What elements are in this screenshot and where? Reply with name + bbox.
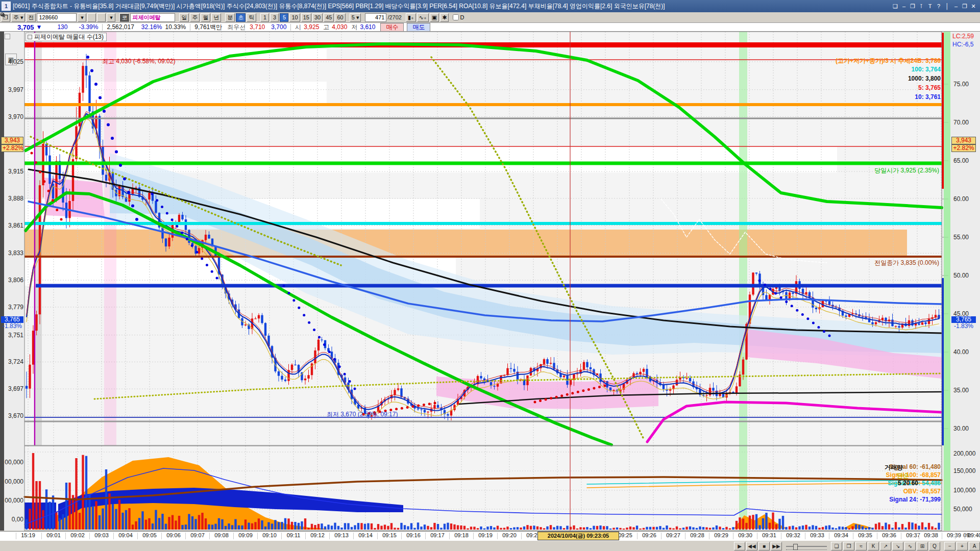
zoom-out-button[interactable]: − <box>944 542 955 550</box>
window-title: [0601] 주식종합차트 - 유통비율[35.8] 거래대금[9,749(백만… <box>13 2 665 11</box>
time-tick: 09:37 <box>906 532 920 538</box>
interval-button-1[interactable]: 1 <box>260 13 269 22</box>
window-control-icon-9[interactable]: ✕ <box>970 3 977 10</box>
window-control-icon-1[interactable]: – <box>900 3 908 10</box>
history-slider[interactable] <box>786 543 827 550</box>
interval-button-30[interactable]: 30 <box>312 13 323 22</box>
chart-tool-icon-1[interactable]: ❐ <box>843 542 854 550</box>
chart-tool-icon-3[interactable]: K <box>868 542 879 550</box>
save-icon[interactable]: ▣ <box>430 13 439 22</box>
window-control-icon-5[interactable]: ? <box>935 3 942 10</box>
open-label: 시 <box>295 23 301 32</box>
add-trendline-icon[interactable]: ∿₊ <box>417 13 429 22</box>
chart-tool-icon-8[interactable]: Q <box>929 542 940 550</box>
time-tick: 09:25 <box>618 532 632 538</box>
time-tick: 09:15 <box>382 532 397 538</box>
time-tick: 09:17 <box>430 532 445 538</box>
window-control-icon-0[interactable]: ❏ <box>892 3 899 10</box>
unit-button-분[interactable]: 분 <box>225 13 235 22</box>
chart-tool-icon-7[interactable]: ⊞ <box>917 542 928 550</box>
chart-tool-icon-6[interactable]: ∿ <box>904 542 916 550</box>
time-tick: 09:07 <box>190 532 205 538</box>
add-candle-icon[interactable]: ▮₊ <box>406 13 416 22</box>
chart-tool-icon-5[interactable]: ↘ <box>892 542 903 550</box>
interval-button-5[interactable]: 5 <box>280 13 288 22</box>
d-checkbox[interactable] <box>453 14 459 20</box>
time-tick: 09:36 <box>882 532 896 538</box>
interval-button-15[interactable]: 15 <box>301 13 311 22</box>
jeon-button[interactable]: 전 <box>26 13 36 22</box>
zoom-in-button[interactable]: + <box>957 542 968 550</box>
grid-tool-icon[interactable]: ▦ <box>5 54 17 65</box>
playback-button-2[interactable]: ■ <box>758 542 770 550</box>
window-control-icon-8[interactable]: ❐ <box>961 3 968 10</box>
unit-button-초[interactable]: 초 <box>236 13 246 22</box>
status-bar: ▶◀◀■▶▶ ❏❐≈K↗↘∿⊞Q − + A <box>0 540 980 551</box>
high-value: 4,030 <box>332 23 347 31</box>
period-button-년[interactable]: 년 <box>211 13 221 22</box>
stock-type-combo[interactable]: 주 ▾ <box>11 13 26 22</box>
price-change: 130 <box>44 23 67 31</box>
volume-value: 2,562,017 <box>107 23 134 31</box>
period-button-일[interactable]: 일 <box>179 13 189 22</box>
period-button-주[interactable]: 주 <box>190 13 200 22</box>
window-control-icon-4[interactable]: T <box>926 3 934 10</box>
playback-button-0[interactable]: ▶ <box>734 542 745 550</box>
time-tick: 09:34 <box>834 532 848 538</box>
unit-button-틱[interactable]: 틱 <box>247 13 256 22</box>
speaker-icon[interactable] <box>97 13 106 22</box>
best-bid: 3,700 <box>271 23 286 31</box>
open-value: 3,925 <box>304 23 319 31</box>
time-tick: 09:38 <box>924 532 938 538</box>
playback-button-3[interactable]: ▶▶ <box>771 542 782 550</box>
sell-button[interactable]: 매도 <box>407 23 430 32</box>
low-label: 저 <box>351 23 357 32</box>
interval-button-3[interactable]: 3 <box>270 13 279 22</box>
time-tick: 09:05 <box>142 532 157 538</box>
time-tick: 09:28 <box>690 532 704 538</box>
high-label: 고 <box>323 23 329 32</box>
time-tick: 09:30 <box>738 532 752 538</box>
chart-tool-icon-2[interactable]: ≈ <box>855 542 867 550</box>
best-quote-label: 최우선 <box>227 23 246 32</box>
time-tick: 09:06 <box>166 532 181 538</box>
time-tick: 09:03 <box>94 532 109 538</box>
time-tick: 09:33 <box>810 532 824 538</box>
search-icon[interactable] <box>87 13 96 22</box>
chart-tool-icon-0[interactable]: ❏ <box>831 542 842 550</box>
bar-index-input[interactable]: 471 <box>365 13 386 22</box>
window-control-icon-6[interactable]: │ <box>944 3 951 10</box>
time-tick: 15:19 <box>21 532 35 538</box>
chart-tool-icon-4[interactable]: ↗ <box>880 542 891 550</box>
time-tick: 09:10 <box>262 532 277 538</box>
speaker-dropdown-icon[interactable]: ▾ <box>107 13 115 22</box>
mini-marker-icon <box>5 34 10 39</box>
window-control-icon-7[interactable]: – <box>952 3 960 10</box>
time-axis[interactable]: 15:1909:0109:0209:0309:0409:0509:0609:07… <box>0 531 980 541</box>
time-tick: 09:14 <box>358 532 373 538</box>
volume-ratio: 32.16% <box>141 23 162 31</box>
auto-scale-button[interactable]: A <box>969 542 980 550</box>
time-tick: 09:26 <box>642 532 656 538</box>
chart-canvas[interactable] <box>0 0 980 551</box>
stock-name-field[interactable]: 피제이메탈 <box>130 13 175 22</box>
period-button-월[interactable]: 월 <box>201 13 210 22</box>
count-select[interactable]: 5 ▾ <box>350 13 361 22</box>
code-dropdown-icon[interactable]: ▾ <box>78 13 86 22</box>
time-tick: 09:08 <box>214 532 229 538</box>
time-tick: 09:31 <box>762 532 776 538</box>
playback-button-1[interactable]: ◀◀ <box>746 542 757 550</box>
best-ask: 3,710 <box>250 23 265 31</box>
d-checkbox-label: D <box>460 14 464 20</box>
interval-button-45[interactable]: 45 <box>324 13 334 22</box>
stock-code-input[interactable]: 128660 <box>37 13 77 22</box>
buy-button[interactable]: 매수 <box>380 23 404 32</box>
window-control-icon-2[interactable]: ❐ <box>909 3 916 10</box>
interval-button-60[interactable]: 60 <box>335 13 345 22</box>
interval-button-10[interactable]: 10 <box>289 13 300 22</box>
time-tick: 09:18 <box>454 532 469 538</box>
settings-gear-icon[interactable]: ✱ <box>440 13 449 22</box>
window-control-icon-3[interactable]: ⊺ <box>918 3 925 10</box>
hts-chart-window: { "window": { "badge": "1", "title": "[0… <box>0 0 980 551</box>
time-tick: 09:04 <box>118 532 133 538</box>
